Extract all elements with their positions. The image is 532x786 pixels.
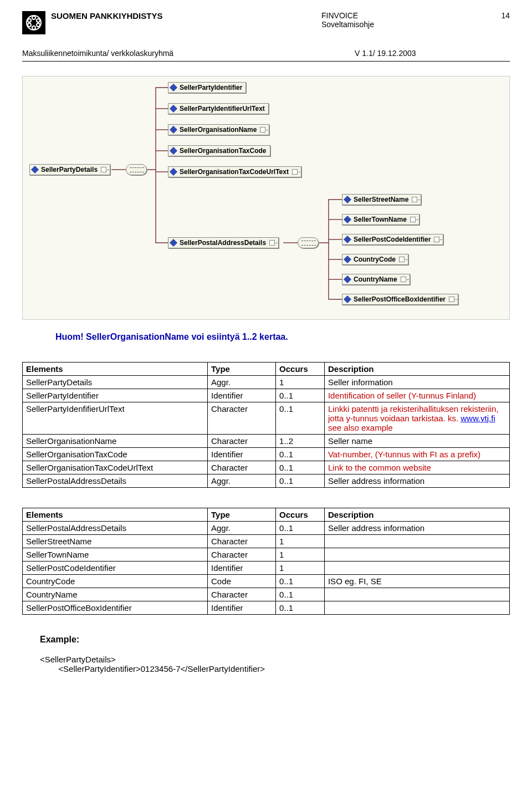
cell-description: ISO eg. FI, SE (324, 575, 509, 588)
stub-icon (449, 297, 454, 302)
sequence-icon (126, 164, 147, 175)
cell-occurs: 0..1 (276, 474, 325, 488)
header-rule (22, 61, 510, 62)
cell-description (324, 535, 509, 548)
stub-icon (401, 277, 406, 282)
diagram-note: Huom! SellerOrganisationName voi esiinty… (55, 332, 510, 342)
node-label: CountryName (354, 275, 397, 283)
cell-type: Identifier (208, 562, 276, 575)
subheader: Maksuliikennetoimikunta/ verkkolaskuryhm… (22, 49, 510, 58)
th-occurs: Occurs (276, 363, 325, 376)
svg-rect-0 (22, 11, 45, 34)
table-header-row: Elements Type Occurs Description (23, 508, 510, 522)
cell-description: Seller address information (324, 522, 509, 535)
node-label: SellerOrganisationName (180, 126, 257, 134)
cell-element: SellerOrganisationName (23, 435, 208, 448)
cell-description: Seller information (324, 376, 509, 389)
sequence-icon (298, 237, 319, 248)
cell-element: CountryName (23, 588, 208, 601)
table-row: SellerPartyIdentifierIdentifier0..1Ident… (23, 389, 510, 402)
example-code-line: <SellerPartyDetails> (40, 655, 510, 664)
cell-occurs: 0..1 (276, 461, 325, 474)
cell-type: Aggr. (208, 474, 276, 488)
diamond-icon (344, 256, 351, 263)
stub-icon (269, 240, 275, 246)
node-sellerpostofficeboxidentifier: SellerPostOfficeBoxIdentifier (342, 294, 458, 305)
cell-type: Character (208, 461, 276, 474)
cell-type: Character (208, 548, 276, 562)
table-row: SellerPartyIdenfifierUrlTextCharacter0..… (23, 402, 510, 435)
diamond-icon (31, 166, 39, 173)
cell-type: Character (208, 588, 276, 601)
node-label: SellerPartyDetails (41, 166, 98, 173)
node-label: SellerStreetName (354, 196, 408, 203)
cell-occurs: 1 (276, 376, 325, 389)
cell-element: SellerPostOfficeBoxIdentifier (23, 601, 208, 615)
node-countrycode: CountryCode (342, 254, 408, 265)
diamond-icon (170, 147, 177, 155)
node-sellerorganisationtaxcodeurltext: SellerOrganisationTaxCodeUrlText (168, 166, 301, 177)
cell-element: SellerPostalAddressDetails (23, 474, 208, 488)
cell-description: Identification of seller (Y-tunnus Finla… (324, 389, 509, 402)
node-label: SellerPartyIdentifierUrlText (180, 105, 265, 113)
cell-element: SellerOrganisationTaxCodeUrlText (23, 461, 208, 474)
diamond-icon (344, 236, 351, 243)
example-block: Example: <SellerPartyDetails> <SellerPar… (40, 635, 510, 673)
table-row: SellerPostalAddressDetailsAggr.0..1Selle… (23, 522, 510, 535)
stub-icon (399, 257, 405, 262)
table-row: SellerStreetNameCharacter1 (23, 535, 510, 548)
cell-type: Code (208, 575, 276, 588)
node-label: SellerPartyIdentifier (180, 84, 242, 91)
page-header: SUOMEN PANKKIYHDISTYS FINVOICE Soveltami… (22, 11, 510, 34)
cell-occurs: 1..2 (276, 435, 325, 448)
node-sellertownname: SellerTownName (342, 214, 420, 225)
diamond-icon (344, 196, 351, 203)
th-elements: Elements (23, 508, 208, 522)
cell-occurs: 0..1 (276, 522, 325, 535)
cell-element: SellerPartyDetails (23, 376, 208, 389)
cell-occurs: 0..1 (276, 389, 325, 402)
th-type: Type (208, 508, 276, 522)
table-row: CountryCodeCode0..1ISO eg. FI, SE (23, 575, 510, 588)
table-row: SellerPostCodeIdentifierIdentifier1 (23, 562, 510, 575)
node-label: CountryCode (354, 256, 396, 263)
node-sellerpartyidentifierurltext: SellerPartyIdentifierUrlText (168, 103, 269, 114)
node-root: SellerPartyDetails (29, 164, 110, 175)
cell-occurs: 1 (276, 562, 325, 575)
cell-element: SellerPostCodeIdentifier (23, 562, 208, 575)
example-heading: Example: (40, 635, 510, 645)
node-sellerorganisationtaxcode: SellerOrganisationTaxCode (168, 145, 270, 156)
cell-occurs: 1 (276, 535, 325, 548)
th-occurs: Occurs (276, 508, 325, 522)
table-row: SellerOrganisationTaxCodeIdentifier0..1V… (23, 448, 510, 461)
stub-icon (101, 167, 106, 172)
table-row: SellerPostalAddressDetailsAggr.0..1Selle… (23, 474, 510, 488)
node-label: SellerPostCodeIdentifier (354, 236, 431, 243)
cell-description (324, 548, 509, 562)
cell-description (324, 588, 509, 601)
diamond-icon (344, 295, 351, 303)
cell-element: SellerTownName (23, 548, 208, 562)
cell-element: SellerOrganisationTaxCode (23, 448, 208, 461)
node-label: SellerPostOfficeBoxIdentifier (354, 295, 446, 303)
th-elements: Elements (23, 363, 208, 376)
diamond-icon (170, 84, 177, 91)
th-description: Description (324, 508, 509, 522)
page-number: 14 (477, 11, 510, 20)
node-sellerstreetname: SellerStreetName (342, 194, 421, 205)
diamond-icon (170, 168, 177, 176)
elements-table-1: Elements Type Occurs Description SellerP… (22, 362, 510, 488)
diamond-icon (170, 239, 177, 247)
cell-type: Character (208, 535, 276, 548)
cell-type: Identifier (208, 601, 276, 615)
cell-type: Character (208, 402, 276, 435)
stub-icon (292, 169, 298, 175)
table-header-row: Elements Type Occurs Description (23, 363, 510, 376)
table-row: SellerOrganisationNameCharacter1..2Selle… (23, 435, 510, 448)
example-code-line: <SellerPartyIdentifier>0123456-7</Seller… (40, 664, 510, 673)
node-sellerpostcodeidentifier: SellerPostCodeIdentifier (342, 234, 443, 245)
link[interactable]: www.ytj.fi (461, 414, 495, 423)
table-row: SellerTownNameCharacter1 (23, 548, 510, 562)
node-sellerorganisationname: SellerOrganisationName (168, 124, 269, 135)
node-label: SellerOrganisationTaxCodeUrlText (180, 168, 289, 176)
